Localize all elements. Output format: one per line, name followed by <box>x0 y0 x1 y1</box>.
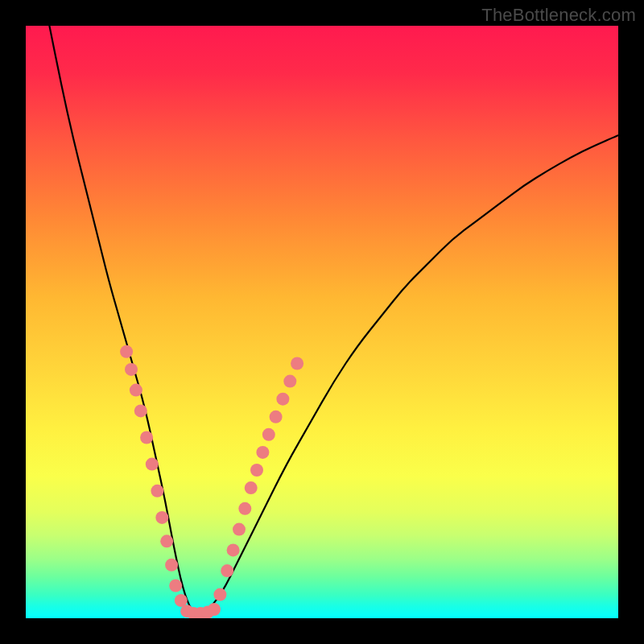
data-point-left <box>165 559 178 572</box>
data-point-left <box>146 458 159 471</box>
data-point-right <box>291 357 303 370</box>
data-point-left <box>125 363 138 376</box>
data-point-left <box>140 431 153 444</box>
watermark-text: TheBottleneck.com <box>481 5 636 26</box>
data-point-right <box>256 446 269 459</box>
data-point-left <box>130 384 142 397</box>
data-point-right <box>276 393 289 406</box>
data-point-right <box>283 375 296 388</box>
data-points-group <box>120 345 303 618</box>
data-point-right <box>227 543 240 556</box>
data-point-right <box>213 588 226 601</box>
data-point-left <box>155 511 168 524</box>
data-point-right <box>250 464 263 477</box>
data-point-left <box>120 345 133 358</box>
data-point-right <box>262 428 275 441</box>
data-point-left <box>160 535 173 547</box>
plot-area <box>26 26 618 618</box>
bottleneck-curve <box>49 26 618 614</box>
data-point-left <box>169 580 182 592</box>
chart-frame: TheBottleneck.com <box>0 0 644 644</box>
data-point-left <box>151 485 163 497</box>
data-point-right <box>221 564 233 577</box>
data-point-right <box>233 523 246 536</box>
chart-svg <box>26 26 618 618</box>
data-point-left <box>134 404 147 417</box>
data-point-right <box>270 411 283 423</box>
data-point-valley <box>208 603 221 616</box>
data-point-right <box>245 481 258 494</box>
data-point-right <box>238 502 251 515</box>
